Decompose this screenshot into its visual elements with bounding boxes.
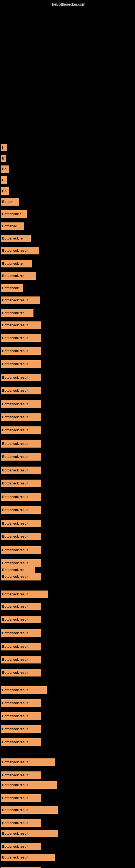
bottleneck-bar-47[interactable]: Bottleneck result [1, 725, 41, 733]
bottleneck-bar-23[interactable]: Bottleneck result [1, 413, 41, 421]
bottleneck-bar-24[interactable]: Bottleneck result [1, 426, 41, 434]
bottleneck-bar-18[interactable]: Bottleneck result [1, 347, 41, 355]
bottleneck-bar-36[interactable]: Bottleneck result [1, 573, 41, 581]
bottleneck-bar-11[interactable]: Bottleneck re [1, 260, 32, 268]
bottleneck-bar-21[interactable]: Bottleneck result [1, 387, 41, 394]
bottleneck-bar-15[interactable]: Bottleneck res [1, 309, 34, 317]
bottleneck-bar-57[interactable]: Bottleneck result [1, 854, 55, 861]
bottleneck-bar-20[interactable]: Bottleneck result [1, 374, 41, 381]
bottleneck-bar-34[interactable]: Bottleneck result [1, 559, 41, 567]
bottleneck-bar-12[interactable]: Bottleneck res [1, 272, 36, 280]
bottleneck-bar-46[interactable]: Bottleneck result [1, 712, 41, 720]
bottleneck-bar-55[interactable]: Bottleneck result [1, 830, 58, 837]
bottleneck-bar-39[interactable]: Bottleneck result [1, 616, 41, 623]
bottleneck-bar-49[interactable]: Bottleneck result [1, 758, 55, 766]
bottleneck-bar-33[interactable]: Bottleneck result [1, 546, 41, 554]
site-title: TheBottlenecker.com [50, 2, 85, 6]
bottleneck-bar-32[interactable]: Bottleneck result [1, 533, 41, 540]
bottleneck-bar-38[interactable]: Bottleneck result [1, 603, 41, 610]
bottleneck-bar-43[interactable]: Bottleneck result [1, 669, 41, 677]
bottleneck-bar-31[interactable]: Bottleneck result [1, 520, 41, 527]
bottleneck-bar-58[interactable]: Bottleneck result [1, 867, 41, 868]
bottleneck-bar-30[interactable]: Bottleneck result [1, 506, 41, 514]
bottleneck-bar-13[interactable]: Bottleneck [1, 284, 23, 292]
bottleneck-bar-45[interactable]: Bottleneck result [1, 699, 41, 707]
bottleneck-bar-42[interactable]: Bottleneck result [1, 656, 41, 663]
bottleneck-bar-54[interactable]: Bottleneck result [1, 819, 41, 827]
bottleneck-bar-22[interactable]: Bottleneck result [1, 400, 41, 408]
bottleneck-bar-5[interactable]: Bo [1, 187, 9, 195]
bottleneck-bar-44[interactable]: Bottleneck result [1, 686, 47, 694]
bottleneck-bar-41[interactable]: Bottleneck result [1, 643, 41, 650]
bottleneck-bar-52[interactable]: Bottleneck result [1, 794, 41, 802]
bottleneck-bar-48[interactable]: Bottleneck result [1, 738, 41, 746]
bottleneck-bar-25[interactable]: Bottleneck result [1, 440, 41, 447]
bottleneck-bar-9[interactable]: Bottleneck re [1, 235, 31, 242]
bottleneck-bar-28[interactable]: Bottleneck result [1, 479, 41, 487]
bottleneck-bar-17[interactable]: Bottleneck result [1, 334, 41, 342]
bottleneck-bar-56[interactable]: Bottleneck result [1, 843, 41, 850]
bottleneck-bar-27[interactable]: Bottleneck result [1, 467, 41, 474]
bottleneck-bar-26[interactable]: Bottleneck result [1, 453, 41, 461]
bottleneck-bar-35[interactable]: Bottleneck res [1, 566, 35, 574]
bottleneck-bar-40[interactable]: Bottleneck result [1, 629, 41, 637]
bottleneck-bar-50[interactable]: Bottleneck result [1, 771, 41, 779]
bottleneck-bar-37[interactable]: Bottleneck result [1, 590, 48, 598]
bottleneck-bar-3[interactable]: Bo [1, 165, 9, 173]
bottleneck-bar-4[interactable]: B [1, 176, 7, 184]
bottleneck-bar-53[interactable]: Bottleneck result [1, 806, 58, 814]
bottleneck-bar-8[interactable]: Bottlenec [1, 222, 24, 230]
bottleneck-bar-19[interactable]: Bottleneck result [1, 360, 41, 368]
bottleneck-bar-2[interactable]: E [1, 155, 6, 162]
bottleneck-bar-51[interactable]: Bottleneck result [1, 781, 57, 789]
bottleneck-bar-14[interactable]: Bottleneck result [1, 297, 40, 304]
bottleneck-bar-29[interactable]: Bottleneck result [1, 493, 41, 501]
bottleneck-bar-6[interactable]: Bottlen [1, 198, 18, 206]
bottleneck-bar-10[interactable]: Bottleneck result [1, 247, 39, 254]
bottleneck-bar-16[interactable]: Bottleneck result [1, 321, 41, 329]
bottleneck-bar-1[interactable]: | [1, 144, 7, 151]
bottleneck-bar-7[interactable]: Bottleneck r [1, 210, 27, 218]
